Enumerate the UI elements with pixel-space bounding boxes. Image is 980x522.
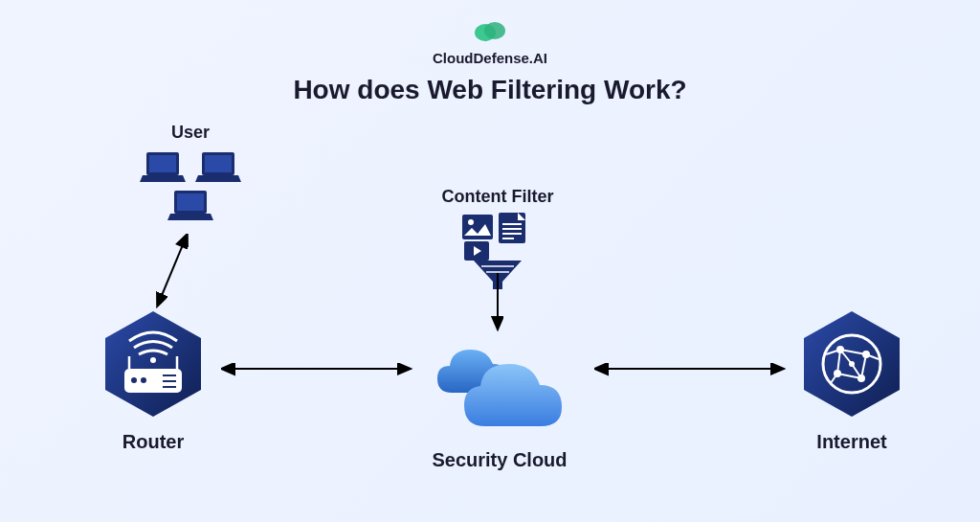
logo-cloud-icon — [473, 19, 507, 46]
brand-name: CloudDefense.AI — [433, 50, 547, 66]
svg-rect-5 — [205, 155, 232, 172]
internet-label: Internet — [794, 431, 909, 453]
svg-rect-7 — [177, 193, 204, 211]
internet-node: Internet — [794, 306, 909, 453]
user-label: User — [139, 123, 242, 143]
diagram-title: How does Web Filtering Work? — [293, 75, 686, 105]
svg-point-26 — [150, 357, 156, 363]
svg-line-42 — [158, 236, 187, 305]
svg-point-1 — [484, 22, 505, 39]
svg-point-19 — [131, 377, 137, 383]
svg-rect-8 — [462, 215, 493, 239]
svg-point-9 — [468, 219, 474, 225]
user-node: User — [139, 123, 242, 223]
arrow-filter-cloud — [488, 268, 507, 335]
router-node: Router — [96, 306, 211, 453]
svg-rect-3 — [149, 155, 176, 172]
security-cloud-node: Security Cloud — [418, 335, 581, 471]
laptop-icon — [139, 150, 187, 185]
laptop-icon — [194, 150, 242, 185]
content-filter-label: Content Filter — [435, 187, 560, 207]
arrow-router-cloud — [215, 359, 416, 378]
laptop-icon — [167, 189, 214, 223]
arrow-user-router — [148, 228, 196, 314]
arrow-cloud-internet — [589, 359, 790, 378]
laptop-icons — [139, 150, 242, 223]
security-cloud-label: Security Cloud — [418, 449, 581, 471]
cloud-icon — [418, 335, 581, 436]
svg-point-20 — [141, 377, 146, 383]
internet-hexagon — [794, 306, 909, 421]
router-label: Router — [96, 431, 211, 453]
brand-logo: CloudDefense.AI — [433, 19, 547, 66]
router-hexagon — [96, 306, 211, 421]
